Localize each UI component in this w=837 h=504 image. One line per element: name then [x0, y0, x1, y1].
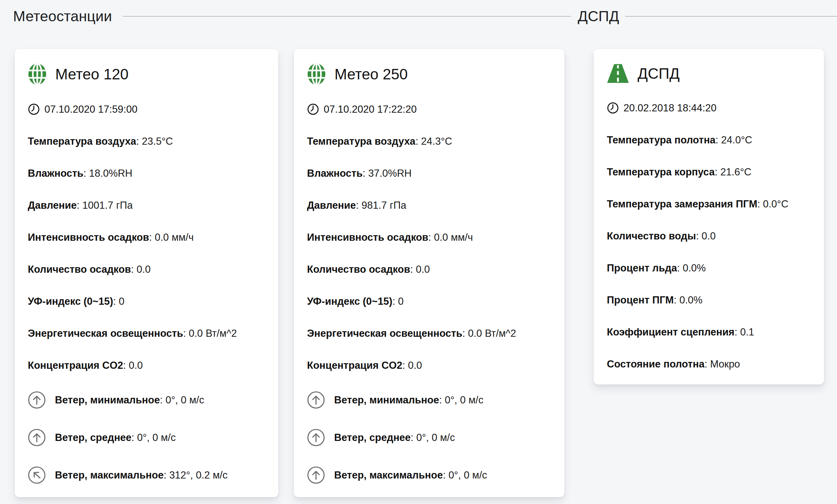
timestamp-text: 20.02.2018 18:44:20 [623, 102, 716, 114]
wind-row: Ветер, максимальное: 312°, 0.2 м/с [28, 466, 265, 484]
metric-separator: : [677, 262, 683, 274]
metric-value: 1001.7 гПа [83, 200, 133, 211]
metric-row: Интенсивность осадков: 0.0 мм/ч [307, 231, 551, 243]
metric-row: Температура корпуса: 21.6°C [607, 166, 811, 178]
wind-text: Ветер, среднее: 0°, 0 м/с [55, 432, 176, 444]
metric-value: 981.7 гПа [362, 200, 406, 211]
metric-separator: : [136, 135, 142, 147]
dspd-cards: ДСПД 20.02.2018 18:44:20 Температура пол… [574, 49, 837, 385]
metric-value: 24.0°C [721, 134, 752, 146]
metric-label: Температура воздуха [28, 135, 136, 147]
metric-row: Количество воды: 0.0 [607, 230, 811, 242]
metric-label: Интенсивность осадков [28, 231, 149, 243]
wind-label: Ветер, максимальное [334, 469, 443, 481]
metric-row: Температура воздуха: 24.3°C [307, 135, 551, 147]
card-title-row: ДСПД [607, 63, 811, 83]
metric-separator: : [415, 135, 421, 147]
metric-row: Энергетическая освещенность: 0.0 Вт/м^2 [28, 327, 265, 339]
metric-label: УФ-индекс (0~15) [28, 296, 113, 307]
timestamp-row: 07.10.2020 17:22:20 [307, 103, 551, 115]
metric-row: УФ-индекс (0~15): 0 [28, 295, 265, 307]
metric-row: Влажность: 18.0%RH [28, 167, 265, 179]
wind-separator: : [439, 394, 445, 406]
card-title-row: Метео 250 [307, 63, 551, 85]
wind-label: Ветер, минимальное [334, 394, 439, 406]
metric-label: Давление [28, 200, 77, 211]
wind-text: Ветер, минимальное: 0°, 0 м/с [55, 394, 204, 406]
wind-value: 0°, 0 м/с [449, 469, 487, 481]
metric-label: УФ-индекс (0~15) [307, 296, 392, 307]
metric-value: 0.1 [740, 326, 754, 338]
metric-separator: : [77, 200, 83, 211]
wind-label: Ветер, среднее [334, 432, 411, 443]
wind-row: Ветер, среднее: 0°, 0 м/с [28, 429, 265, 447]
wind-separator: : [160, 394, 165, 406]
metric-value: 0.0% [679, 294, 702, 306]
metric-value: Мокро [710, 358, 740, 370]
metric-value: 0 [119, 296, 124, 307]
metric-value: 0.0% [683, 262, 706, 274]
metric-value: 0.0 мм/ч [155, 231, 194, 243]
metric-label: Температура корпуса [607, 166, 715, 178]
metric-separator: : [113, 296, 119, 307]
metric-separator: : [705, 358, 710, 370]
metric-label: Процент ПГМ [607, 294, 674, 306]
section-divider [625, 16, 837, 17]
wind-value: 0°, 0 м/с [445, 394, 483, 406]
meteostations-cards: Метео 120 07.10.2020 17:59:00 Температур… [0, 49, 574, 497]
metric-separator: : [757, 198, 763, 210]
section-title: Метеостанции [13, 8, 112, 25]
metric-label: Процент льда [607, 262, 677, 274]
wind-value: 312°, 0.2 м/с [170, 469, 228, 481]
metric-label: Состояние полотна [607, 358, 705, 370]
section-dspd: ДСПД ДСПД [574, 7, 837, 497]
clock-icon [307, 103, 319, 115]
metric-row: Давление: 1001.7 гПа [28, 199, 265, 211]
metric-value: 0.0 [416, 264, 430, 275]
metric-row: Концентрация CO2: 0.0 [307, 359, 551, 371]
metric-separator: : [149, 231, 155, 243]
metric-separator: : [123, 360, 129, 371]
metric-row: УФ-индекс (0~15): 0 [307, 295, 551, 307]
wind-direction-icon [28, 429, 46, 447]
wind-label: Ветер, максимальное [55, 469, 163, 481]
card-meteo-250: Метео 250 07.10.2020 17:22:20 Температур… [294, 49, 564, 497]
section-meteostations: Метеостанции [0, 7, 574, 497]
metric-separator: : [674, 294, 679, 306]
metric-label: Количество осадков [307, 264, 410, 275]
metric-label: Интенсивность осадков [307, 231, 428, 243]
metric-label: Концентрация CO2 [28, 360, 123, 371]
metric-row: Состояние полотна: Мокро [607, 358, 811, 370]
metric-label: Температура воздуха [307, 135, 415, 147]
wind-value: 0°, 0 м/с [165, 394, 204, 406]
metric-separator: : [362, 168, 368, 179]
metric-separator: : [356, 200, 362, 211]
metric-separator: : [183, 328, 189, 339]
metric-value: 0.0 Вт/м^2 [189, 328, 237, 339]
wind-separator: : [163, 469, 169, 481]
section-header-meteostations: Метеостанции [0, 7, 574, 25]
clock-icon [28, 103, 40, 115]
metric-separator: : [696, 230, 702, 242]
metric-row: Температура воздуха: 23.5°C [28, 135, 265, 147]
section-header-dspd: ДСПД [574, 7, 837, 25]
metric-label: Влажность [307, 168, 362, 179]
wind-direction-icon [307, 466, 325, 484]
wind-value: 0°, 0 м/с [416, 432, 455, 443]
card-title-label: ДСПД [638, 65, 680, 82]
metric-label: Коэффициент сцепления [607, 326, 734, 338]
metric-separator: : [392, 296, 398, 307]
metric-value: 0.0 мм/ч [434, 231, 473, 243]
timestamp-text: 07.10.2020 17:59:00 [44, 104, 137, 115]
wind-text: Ветер, среднее: 0°, 0 м/с [334, 432, 455, 444]
metric-value: 0.0 Вт/м^2 [468, 328, 516, 339]
wind-value: 0°, 0 м/с [137, 432, 176, 443]
metric-separator: : [83, 168, 89, 179]
metric-separator: : [428, 231, 434, 243]
metric-separator: : [715, 134, 721, 146]
metric-separator: : [715, 166, 720, 178]
metric-value: 0.0 [408, 360, 422, 371]
metric-separator: : [131, 264, 136, 275]
timestamp-row: 07.10.2020 17:59:00 [28, 103, 265, 115]
metric-value: 24.3°C [421, 135, 452, 147]
